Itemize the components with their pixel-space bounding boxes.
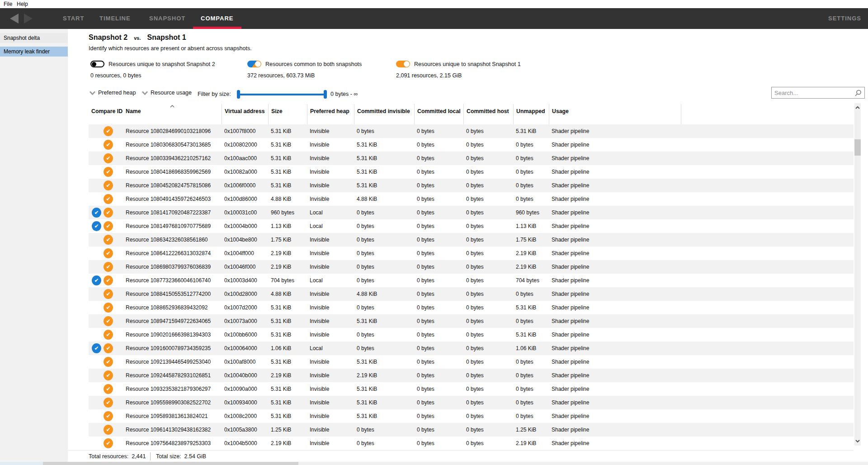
table-row[interactable]: ✔Resource 109756482389792533030x1004b500… [89,437,854,450]
toggle-unique-snapshot1[interactable]: Resources unique to snapshot Snapshot 1 [396,61,521,67]
size-cell: 960 bytes [268,209,307,216]
committed-host-cell: 0 bytes [463,413,513,419]
size-filter-slider[interactable] [237,90,327,99]
vertical-scrollbar[interactable] [854,103,861,446]
size-cell: 4.88 KiB [268,291,307,297]
table-row[interactable]: ✔Resource 108841505535127742000x100d2800… [89,287,854,301]
size-cell: 5.31 KiB [268,142,307,148]
tab-compare[interactable]: COMPARE [201,8,233,29]
unmapped-cell: 0 bytes [513,182,549,189]
scroll-up-icon[interactable] [855,105,860,110]
preferred-heap-cell: Invisible [307,399,354,406]
slider-track[interactable] [237,94,327,95]
table-row[interactable]: ✔Resource 108028469901032180960x1007f800… [89,124,854,138]
menu-help[interactable]: Help [15,0,30,8]
name-cell: Resource 1095893813613824021 [123,413,222,419]
forward-arrow-icon[interactable] [24,14,33,24]
committed-invisible-cell: 0 bytes [354,277,414,284]
virtual-address-cell: 0x10040b000 [222,372,268,379]
committed-invisible-cell: 0 bytes [354,440,414,446]
table-row[interactable]: ✔Resource 109213944654992530400x100af800… [89,355,854,369]
table-row[interactable]: ✔✔Resource 109160007897343592350x1000640… [89,342,854,355]
column-header-size[interactable]: Size [268,104,307,124]
usage-cell: Shader pipeline [549,155,681,161]
table-row[interactable]: ✔Resource 108641222663130328740x1004ff00… [89,247,854,260]
preferred-heap-cell: Invisible [307,359,354,365]
column-header-preferred-heap[interactable]: Preferred heap [307,104,354,124]
name-cell: Resource 10803394362210257162 [123,155,222,161]
column-header-compare-id[interactable]: Compare ID [89,104,123,124]
search-input[interactable] [774,87,851,98]
table-row[interactable]: ✔Resource 10886529368394320920x1007d2000… [89,301,854,314]
toggle-switch-on[interactable] [396,61,410,67]
table-row[interactable]: ✔✔Resource 108141709204872233870x100031c… [89,206,854,219]
tab-snapshot[interactable]: SNAPSHOT [149,8,185,29]
table-row[interactable]: ✔Resource 108947159497226340650x10073a00… [89,314,854,328]
committed-host-cell: 0 bytes [463,196,513,202]
committed-local-cell: 0 bytes [414,277,463,284]
vertical-scrollbar-thumb[interactable] [854,139,861,156]
table-row[interactable]: ✔✔Resource 108773236600461067400x10003d4… [89,274,854,287]
column-header-virtual-address[interactable]: Virtual address [222,104,268,124]
horizontal-scrollbar-thumb[interactable] [43,462,298,465]
toggle-unique-snapshot2[interactable]: Resources unique to snapshot Snapshot 2 [90,61,215,67]
name-cell: Resource 10804186968359962569 [123,169,222,175]
snapshot1-check-icon: ✔ [104,221,113,231]
table-row[interactable]: ✔Resource 109323538218793062970x10090a00… [89,382,854,396]
preferred-heap-dropdown[interactable]: Preferred heap [90,90,136,96]
column-header-unmapped[interactable]: Unmapped [513,104,549,124]
name-cell: Resource 1088652936839432092 [123,304,222,311]
table-row[interactable]: ✔Resource 108045208247578150860x1006f000… [89,179,854,192]
unmapped-cell: 1.06 KiB [513,345,549,351]
table-row[interactable]: ✔Resource 109559899030825227020x10093400… [89,396,854,409]
slider-handle-min[interactable] [237,90,240,99]
horizontal-scrollbar[interactable] [0,462,868,465]
preferred-heap-cell: Local [307,277,354,284]
table-row[interactable]: ✔Resource 10958938136138240210x1008c2000… [89,409,854,423]
compare-id-cell: ✔✔ [89,275,123,285]
menu-file[interactable]: File [2,0,14,8]
size-cell: 1.75 KiB [268,237,307,243]
preferred-heap-cell: Invisible [307,318,354,324]
total-size-value: 2.54 GiB [184,453,207,460]
resource-usage-dropdown[interactable]: Resource usage [142,90,192,96]
size-cell: 1.06 KiB [268,345,307,351]
column-header-committed-invisible[interactable]: Committed invisible [354,104,414,124]
snapshot1-check-icon: ✔ [104,330,113,340]
table-row[interactable]: ✔Resource 109244587829310268510x10040b00… [89,369,854,382]
slider-handle-max[interactable] [324,90,327,99]
back-arrow-icon[interactable] [10,14,19,24]
committed-host-cell: 0 bytes [463,169,513,175]
table-row[interactable]: ✔Resource 109020166639813943030x100bb600… [89,328,854,342]
scroll-down-icon[interactable] [855,439,860,443]
tab-start[interactable]: START [63,8,84,29]
committed-invisible-cell: 5.31 KiB [354,399,414,406]
toggle-switch-off[interactable] [90,61,104,67]
sidebar-item-memory-leak-finder[interactable]: Memory leak finder [0,47,68,57]
column-header-committed-local[interactable]: Committed local [414,104,463,124]
toggle-common-both[interactable]: Resources common to both snapshots [247,61,362,67]
name-cell: Resource 10975648238979253303 [123,440,222,446]
committed-invisible-cell: 0 bytes [354,332,414,338]
table-row[interactable]: ✔Resource 108049143597262465030x100d8600… [89,192,854,206]
committed-local-cell: 0 bytes [414,318,463,324]
table-row[interactable]: ✔Resource 10863423260385618600x1004be800… [89,233,854,247]
column-header-usage[interactable]: Usage [549,104,681,124]
tab-settings[interactable]: SETTINGS [828,8,861,29]
sidebar-item-snapshot-delta[interactable]: Snapshot delta [0,33,68,43]
table-row[interactable]: ✔✔Resource 108149768109707756890x10004b0… [89,219,854,233]
table-row[interactable]: ✔Resource 108030683054730136850x10080200… [89,138,854,152]
table-row[interactable]: ✔Resource 108698037993760368390x10046f00… [89,260,854,274]
size-range-value: 0 bytes - ∞ [330,91,358,97]
snapshot1-check-icon: ✔ [104,140,113,150]
table-row[interactable]: ✔Resource 108033943622102571620x100aac00… [89,152,854,165]
toggle-switch-on[interactable] [247,61,261,67]
compare-id-cell: ✔ [89,425,123,435]
committed-invisible-cell: 5.31 KiB [354,359,414,365]
tab-timeline[interactable]: TIMELINE [99,8,131,29]
name-cell: Resource 10902016663981394303 [123,332,222,338]
table-row[interactable]: ✔Resource 109614130294381623820x1005a380… [89,423,854,437]
column-header-name[interactable]: Name [123,104,222,124]
table-row[interactable]: ✔Resource 108041869683599625690x10082a00… [89,165,854,179]
column-header-committed-host[interactable]: Committed host [463,104,513,124]
